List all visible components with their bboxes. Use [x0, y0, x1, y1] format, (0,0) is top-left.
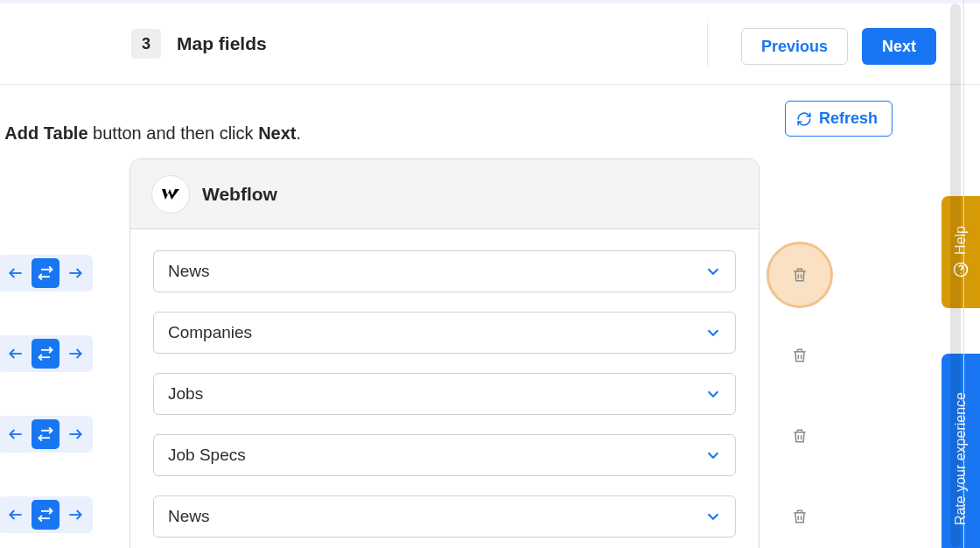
arrow-right-icon[interactable] [61, 419, 89, 449]
table-select-news-2[interactable]: News [153, 495, 736, 537]
wizard-header: 3 Map fields Previous Next [0, 4, 980, 85]
chevron-down-icon [704, 262, 723, 281]
next-button[interactable]: Next [862, 28, 936, 65]
arrow-left-icon[interactable] [2, 419, 30, 449]
webflow-logo [151, 175, 190, 214]
instruction-text: the Add Table button and then click Next… [0, 101, 980, 153]
header-divider [707, 23, 708, 67]
trash-icon [791, 426, 808, 446]
select-label: News [168, 507, 210, 526]
mapping-panel: Webflow News Companies Jobs Job Specs Ne… [130, 158, 760, 548]
arrow-right-icon[interactable] [61, 500, 89, 530]
rate-experience-side-tab[interactable]: Rate your experience [942, 354, 980, 548]
arrow-left-icon[interactable] [2, 258, 30, 288]
refresh-label: Refresh [819, 109, 878, 128]
scrollbar[interactable] [950, 4, 961, 548]
step-title: Map fields [177, 33, 267, 54]
delete-row-button[interactable] [780, 417, 819, 455]
delete-row-button[interactable] [780, 256, 819, 294]
arrow-left-icon[interactable] [2, 339, 30, 369]
content-right-border [963, 0, 964, 548]
arrow-right-icon[interactable] [61, 339, 89, 369]
sync-direction-toggle[interactable] [0, 335, 93, 372]
select-label: News [168, 262, 210, 281]
sync-direction-toggle[interactable] [0, 416, 93, 453]
select-label: Jobs [168, 384, 203, 404]
refresh-button[interactable]: Refresh [785, 101, 892, 137]
arrow-both-icon[interactable] [32, 500, 60, 530]
delete-row-button[interactable] [780, 497, 819, 536]
chevron-down-icon [704, 507, 723, 526]
arrow-both-icon[interactable] [32, 419, 60, 449]
chevron-down-icon [704, 446, 723, 465]
sync-direction-toggle[interactable] [0, 496, 93, 533]
chevron-down-icon [704, 323, 723, 342]
select-label: Job Specs [168, 446, 246, 465]
sync-direction-toggle[interactable] [0, 255, 93, 292]
trash-icon [791, 346, 808, 365]
trash-icon [791, 507, 808, 526]
trash-icon [791, 265, 808, 285]
arrow-left-icon[interactable] [2, 500, 30, 530]
panel-body: News Companies Jobs Job Specs News [130, 229, 759, 548]
panel-header: Webflow [130, 159, 759, 229]
delete-row-button[interactable] [780, 336, 819, 375]
table-select-news[interactable]: News [153, 250, 736, 292]
chevron-down-icon [704, 384, 723, 404]
select-label: Companies [168, 323, 252, 342]
step-indicator: 3 Map fields [131, 29, 267, 59]
refresh-icon [796, 111, 812, 127]
arrow-both-icon[interactable] [32, 339, 60, 369]
help-side-tab[interactable]: Help [942, 196, 980, 308]
previous-button[interactable]: Previous [741, 28, 848, 65]
table-select-companies[interactable]: Companies [153, 312, 736, 354]
table-select-jobs[interactable]: Jobs [153, 373, 736, 415]
arrow-both-icon[interactable] [32, 258, 60, 288]
panel-title: Webflow [202, 184, 277, 205]
step-number-badge: 3 [131, 29, 161, 59]
arrow-right-icon[interactable] [61, 258, 89, 288]
table-select-job-specs[interactable]: Job Specs [153, 434, 736, 476]
